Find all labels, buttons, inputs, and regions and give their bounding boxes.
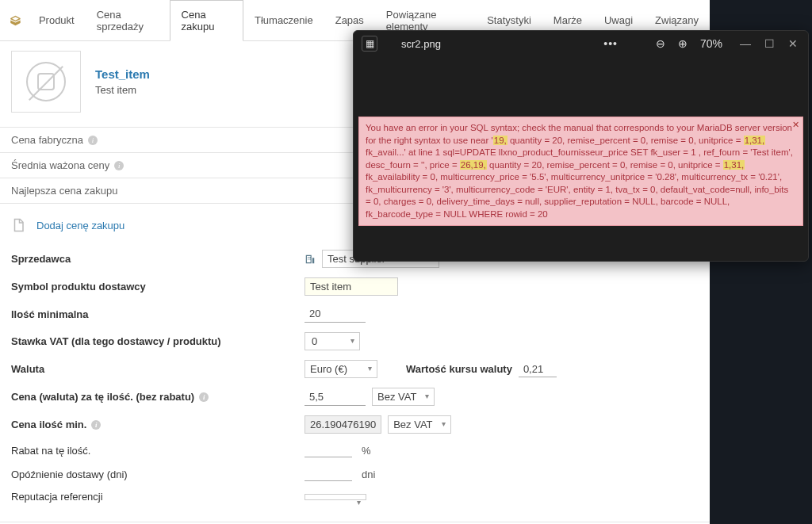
err-h2: 1,31, [744,136,766,145]
avg-price-label: Średnia ważona ceny [11,159,109,171]
tax-toggle-2[interactable]: Bez VAT [388,415,450,434]
tab-sell-price[interactable]: Cena sprzedaży [86,1,170,40]
more-icon[interactable]: ••• [603,37,618,50]
vat-rate-label: Stawka VAT (dla tego dostawcy / produktu… [11,335,304,347]
reputation-select[interactable] [304,494,366,500]
box-icon [10,13,21,28]
factory-price-label: Cena fabryczna [11,134,83,146]
supplier-code-input[interactable]: Test item [304,277,398,296]
product-name: Test item [95,84,150,96]
info-icon: i [91,420,101,430]
rate-label: Wartość kursu waluty [406,363,512,375]
min-qty-label: Ilość minimalna [11,308,304,320]
min-qty-input[interactable]: 20 [304,305,366,323]
viewer-app-icon: ▦ [362,36,377,52]
info-icon: i [88,136,98,145]
reputation-label: Reputacja referencji [11,491,304,503]
sql-error-panel: ✕ You have an error in your SQL syntax; … [358,117,803,226]
err-h1: 19, [493,136,508,145]
price-min-input: 26.190476190 [304,415,381,434]
zoom-in-icon[interactable]: ⊕ [678,37,688,50]
supplier-code-label: Symbol produktu dostawcy [11,281,304,293]
rate-input[interactable]: 0,21 [519,361,557,377]
currency-label: Waluta [11,363,304,375]
image-viewer-window: ▦ scr2.png ••• ⊖ ⊕ 70% — ☐ ✕ ✕ You have … [353,30,809,262]
err-h4: 1,31, [723,160,745,170]
price-qty-input[interactable]: 5,5 [304,388,366,406]
delay-input[interactable] [304,467,352,481]
no-image-icon [26,62,66,101]
add-link-text: Dodaj cenę zakupu [36,220,124,231]
delay-unit: dni [362,469,375,480]
price-min-label: Cena ilość min. [11,419,86,430]
vat-rate-select[interactable]: 0 [304,332,360,350]
currency-select[interactable]: Euro (€) [304,360,377,378]
zoom-level: 70% [700,37,722,50]
price-qty-label: Cena (waluta) za tę ilość. (bez rabatu) [11,391,194,403]
close-icon[interactable]: ✕ [786,37,800,50]
viewer-filename: scr2.png [401,38,441,50]
err-h3: 26,19, [460,160,487,170]
product-thumbnail [11,51,81,113]
discount-input[interactable] [304,443,352,457]
product-ref-link[interactable]: Test_item [95,67,150,81]
delay-label: Opóźnienie dostawy (dni) [11,469,304,480]
supplier-label: Sprzedawca [11,253,304,265]
err-m1: quantity = 20, remise_percent = 0, remis… [508,136,744,145]
minimize-icon[interactable]: — [738,37,753,50]
best-price-label: Najlepsza cena zakupu [11,185,117,197]
err-post: fk_availability = 0, multicurrency_price… [366,172,788,219]
discount-unit: % [362,445,371,457]
tab-buy-price[interactable]: Cena zakupu [170,0,243,41]
error-close-icon[interactable]: ✕ [792,119,799,131]
err-m3: quantity = 20, remise_percent = 0, remis… [487,160,723,170]
info-icon: i [199,392,209,402]
tax-toggle-1[interactable]: Bez VAT [372,388,435,406]
building-icon [304,254,316,265]
tab-product[interactable]: Produkt [28,6,86,34]
document-icon [11,218,25,232]
maximize-icon[interactable]: ☐ [762,37,776,50]
zoom-out-icon[interactable]: ⊖ [656,37,665,50]
info-icon: i [114,161,124,170]
discount-label: Rabat na tę ilość. [11,445,304,457]
tab-translation[interactable]: Tłumaczenie [243,6,324,34]
